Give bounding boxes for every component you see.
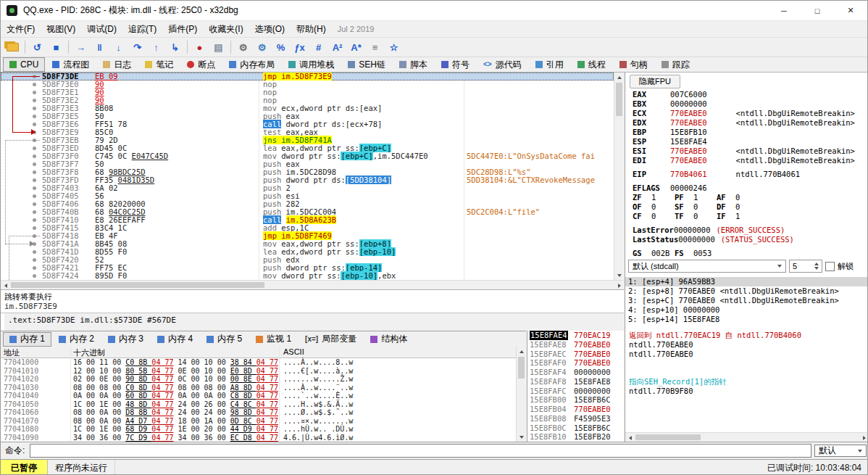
- percent-icon[interactable]: %: [272, 38, 290, 56]
- memory-dump-pane[interactable]: 地址 十六进制 ASCII 7704100016 00 11 00C0 8B 0…: [1, 347, 526, 442]
- step-over-icon[interactable]: ↷: [128, 38, 146, 56]
- scrollbar-thumb[interactable]: [635, 434, 701, 440]
- breakpoint-dot[interactable]: [33, 107, 36, 110]
- calling-convention-select[interactable]: 默认 (stdcall): [628, 260, 786, 273]
- tab-symbols[interactable]: 符号: [435, 57, 476, 72]
- dump-row[interactable]: 770410801C 00 1E 0068 D9 04 771E 00 20 0…: [1, 425, 516, 434]
- tab-graph[interactable]: 流程图: [46, 57, 96, 72]
- breakpoints-icon[interactable]: ●: [191, 38, 209, 56]
- settings-icon[interactable]: ⚙: [234, 38, 252, 56]
- register-row[interactable]: CF0TF0IF1: [625, 212, 868, 221]
- step-out-icon[interactable]: ↑: [147, 38, 165, 56]
- fx-icon[interactable]: ƒx: [291, 38, 309, 56]
- stack-row[interactable]: 15E8FAF400000000: [527, 368, 624, 377]
- tab-references[interactable]: 引用: [529, 57, 570, 72]
- disasm-row[interactable]: 5D8F73FDFF35 0481D35Dpush dword ptr ds:[…: [1, 176, 614, 184]
- tab-memory-1[interactable]: 内存 1: [3, 332, 51, 347]
- pause-icon[interactable]: ‖: [91, 38, 109, 56]
- dump-row[interactable]: 7704101012 00 10 0080 5B 04 770E 00 10 0…: [1, 367, 516, 376]
- tab-memory-3[interactable]: 内存 3: [101, 332, 150, 347]
- assemble-icon[interactable]: A²: [328, 38, 346, 56]
- register-row[interactable]: EDI770EABE0<ntdll.DbgUiRemoteBreakin>: [625, 156, 868, 165]
- breakpoint-dot[interactable]: [33, 178, 36, 182]
- hide-fpu-button[interactable]: 隐藏FPU: [630, 75, 680, 88]
- dump-row[interactable]: 7704103008 00 08 00C0 8D 04 7708 00 08 0…: [1, 384, 516, 392]
- register-row[interactable]: EBX00000000: [625, 99, 868, 109]
- register-row[interactable]: LastError00000000(ERROR_SUCCESS): [625, 226, 868, 235]
- plugins-icon[interactable]: ⚙: [253, 38, 271, 56]
- disasm-row[interactable]: 5D8F740556push esi: [1, 192, 614, 200]
- disasm-row[interactable]: 5D8F73DEEB 09jmp im.5D8F73E9: [1, 73, 614, 80]
- scroll-down-button[interactable]: [614, 270, 625, 280]
- arg-count-stepper[interactable]: 5: [789, 260, 822, 273]
- disasm-row[interactable]: 5D8F73E190nop: [1, 88, 614, 96]
- dump-row[interactable]: 770410501C 00 1E 0048 8D 04 7724 00 26 0…: [1, 400, 516, 409]
- close-button[interactable]: ✕: [834, 1, 867, 21]
- tab-cpu[interactable]: CPU: [3, 57, 45, 72]
- register-row[interactable]: EBP15E8FB10: [625, 128, 868, 137]
- tab-script[interactable]: 脚本: [393, 57, 434, 72]
- maximize-button[interactable]: □: [801, 1, 834, 21]
- disasm-row[interactable]: 5D8F73F0C745 0C E047C45Dmov dword ptr ss…: [1, 152, 614, 160]
- register-row[interactable]: GS002BFS0053: [625, 249, 868, 258]
- breakpoint-dot[interactable]: [33, 170, 36, 174]
- register-row[interactable]: EAX007C6000: [625, 90, 868, 99]
- breakpoint-dot[interactable]: [33, 91, 36, 94]
- stack-comment-row[interactable]: ntdll.770EABE0: [625, 340, 868, 350]
- menu-item-5[interactable]: 插件(P): [162, 22, 203, 36]
- menu-item-6[interactable]: 收藏夹(I): [203, 22, 249, 36]
- dump-vertical-scrollbar[interactable]: [516, 347, 526, 442]
- stack-comment-row[interactable]: [625, 424, 868, 433]
- command-mode-dropdown[interactable]: 默认: [814, 445, 867, 457]
- dump-row[interactable]: 7704109034 00 36 007C D9 04 7734 00 36 0…: [1, 434, 516, 442]
- scroll-up-button[interactable]: [517, 347, 527, 356]
- menu-item-4[interactable]: 追踪(T): [122, 22, 162, 36]
- stack-row[interactable]: 15E8FAEC770EABE0: [527, 350, 624, 359]
- breakpoint-dot[interactable]: [33, 154, 36, 158]
- stepper-buttons[interactable]: [814, 263, 819, 270]
- tab-notes[interactable]: 笔记: [138, 57, 180, 72]
- menu-item-2[interactable]: 视图(V): [41, 22, 81, 36]
- breakpoint-dot[interactable]: [33, 266, 36, 270]
- dump-row[interactable]: 7704106008 00 0A 00D8 8B 04 7724 00 24 0…: [1, 408, 516, 417]
- stack-arg-row[interactable]: 2: [esp+8] 770EABE0 <ntdll.DbgUiRemoteBr…: [625, 286, 868, 296]
- register-row[interactable]: OF0SF0DF0: [625, 202, 868, 212]
- hash-icon[interactable]: #: [309, 38, 327, 56]
- disasm-vertical-scrollbar[interactable]: [614, 73, 624, 280]
- compare-icon[interactable]: ≡: [366, 38, 384, 56]
- stack-comment-row[interactable]: ntdll.770EABE0: [625, 350, 868, 359]
- dump-row[interactable]: 7704100016 00 11 00C0 8B 04 7714 00 10 0…: [1, 358, 516, 367]
- dump-row[interactable]: 770410400A 00 0A 0060 8D 04 770A 00 0A 0…: [1, 392, 516, 400]
- breakpoint-dot[interactable]: [33, 115, 36, 118]
- scrollbar-thumb[interactable]: [11, 282, 264, 288]
- menu-item-8[interactable]: 帮助(H): [291, 22, 332, 36]
- tab-handles[interactable]: 句柄: [613, 57, 654, 72]
- breakpoint-dot[interactable]: [33, 210, 36, 214]
- favourites-icon[interactable]: ☆: [385, 38, 403, 56]
- breakpoint-dot[interactable]: [33, 250, 36, 254]
- step-into-icon[interactable]: ↓: [109, 38, 128, 56]
- register-row[interactable]: LastStatus00000000(STATUS_SUCCESS): [625, 235, 868, 244]
- breakpoint-dot[interactable]: [33, 258, 36, 262]
- stack-arg-row[interactable]: 1: [esp+4] 96A59BB3: [625, 277, 868, 286]
- disasm-horizontal-scrollbar[interactable]: [1, 280, 624, 289]
- register-row[interactable]: EFLAGS00000246: [625, 183, 868, 193]
- stack-row[interactable]: 15E8FB08F45905E3: [527, 414, 624, 424]
- tab-source[interactable]: <>源代码: [477, 57, 528, 72]
- breakpoint-dot[interactable]: [33, 186, 36, 190]
- close-icon[interactable]: ■: [47, 38, 65, 56]
- scrollbar-thumb[interactable]: [518, 357, 525, 379]
- memory-map-icon[interactable]: ▤: [209, 38, 228, 56]
- dump-row[interactable]: 7704102002 00 0E 0090 8D 04 770C 00 10 0…: [1, 375, 516, 384]
- menu-item-1[interactable]: 文件(F): [1, 22, 41, 36]
- register-row[interactable]: EIP770B4061ntdll.770B4061: [625, 170, 868, 179]
- tab-struct[interactable]: 结构体: [364, 332, 414, 347]
- tab-memory-4[interactable]: 内存 4: [151, 332, 199, 347]
- breakpoint-dot[interactable]: [33, 194, 36, 198]
- tab-seh[interactable]: SEH链: [341, 57, 392, 72]
- register-row[interactable]: EDX770EABE0<ntdll.DbgUiRemoteBreakin>: [625, 118, 868, 128]
- stack-row[interactable]: 15E8FAE8770EABE0: [527, 340, 624, 350]
- disasm-row[interactable]: 5D8F741D8D55 F0lea edx,dword ptr ss:[ebp…: [1, 248, 614, 256]
- menu-item-3[interactable]: 调试(D): [81, 22, 122, 36]
- breakpoint-dot[interactable]: [33, 274, 36, 278]
